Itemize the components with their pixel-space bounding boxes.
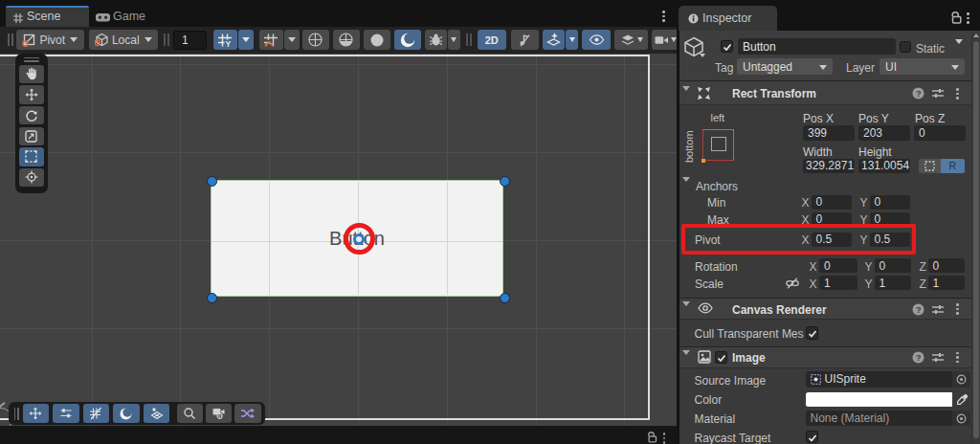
svg-text:?: ?: [916, 304, 922, 314]
svg-text:?: ?: [916, 353, 922, 363]
svg-text:?: ?: [916, 89, 922, 99]
svg-text:Y: Y: [226, 39, 232, 48]
